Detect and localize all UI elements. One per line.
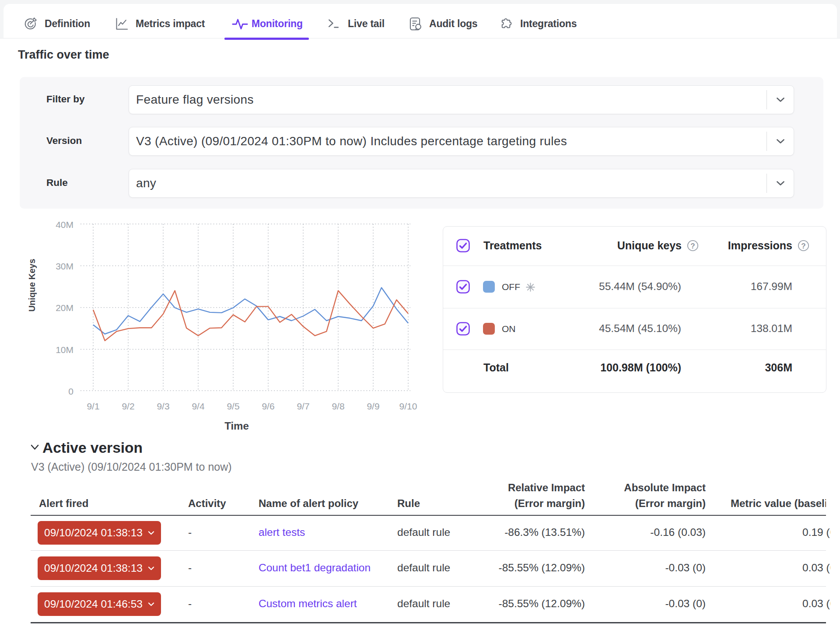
svg-text:9/7: 9/7 bbox=[297, 401, 309, 411]
svg-text:9/1: 9/1 bbox=[87, 401, 99, 411]
svg-text:9/4: 9/4 bbox=[192, 401, 205, 411]
svg-text:9/8: 9/8 bbox=[332, 401, 344, 411]
svg-text:9/3: 9/3 bbox=[157, 401, 169, 411]
svg-text:30M: 30M bbox=[56, 261, 74, 271]
svg-text:Unique Keys: Unique Keys bbox=[27, 259, 37, 311]
svg-text:9/9: 9/9 bbox=[367, 401, 379, 411]
svg-text:20M: 20M bbox=[56, 303, 74, 313]
svg-text:9/5: 9/5 bbox=[227, 401, 239, 411]
svg-text:9/2: 9/2 bbox=[122, 401, 134, 411]
svg-text:40M: 40M bbox=[56, 220, 74, 230]
svg-text:9/6: 9/6 bbox=[262, 401, 274, 411]
svg-text:0: 0 bbox=[68, 386, 74, 396]
svg-text:9/10: 9/10 bbox=[399, 401, 417, 411]
svg-text:?: ? bbox=[801, 242, 805, 250]
svg-text:?: ? bbox=[690, 242, 695, 250]
svg-text:10M: 10M bbox=[56, 345, 74, 355]
svg-text:Time: Time bbox=[224, 420, 249, 432]
